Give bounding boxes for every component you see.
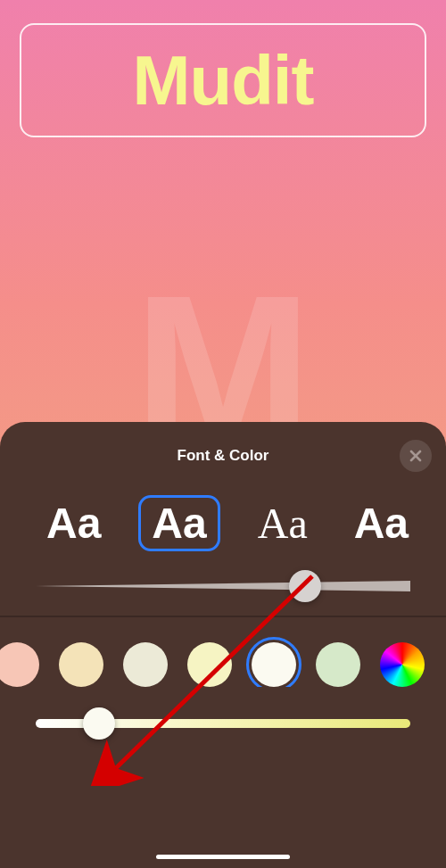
color-swatch-1[interactable] — [0, 642, 39, 687]
slider-track-shape — [36, 581, 410, 591]
font-color-panel: Font & Color Aa Aa Aa Aa — [0, 422, 446, 868]
tint-track — [36, 719, 410, 728]
tint-slider[interactable] — [0, 687, 446, 728]
color-swatch-6[interactable] — [316, 642, 360, 687]
font-sample: Aa — [258, 499, 308, 548]
panel-header: Font & Color — [0, 438, 446, 474]
svg-marker-0 — [36, 581, 410, 591]
font-option-4[interactable]: Aa — [345, 495, 417, 551]
color-swatch-2[interactable] — [59, 642, 103, 687]
close-button[interactable] — [400, 440, 432, 472]
home-indicator[interactable] — [156, 855, 290, 859]
font-sample: Aa — [354, 499, 409, 548]
color-swatch-3[interactable] — [123, 642, 168, 687]
panel-title: Font & Color — [178, 447, 269, 465]
display-name-text: Mudit — [133, 40, 314, 121]
weight-slider[interactable] — [0, 551, 446, 616]
weight-slider-thumb[interactable] — [289, 570, 321, 602]
font-options-row: Aa Aa Aa Aa — [0, 474, 446, 551]
tint-slider-thumb[interactable] — [83, 707, 115, 740]
font-sample: Aa — [46, 499, 101, 548]
color-swatch-4[interactable] — [187, 642, 232, 687]
font-sample: Aa — [152, 499, 206, 548]
font-option-2[interactable]: Aa — [138, 495, 219, 551]
color-picker-rainbow[interactable] — [380, 642, 425, 687]
font-option-3[interactable]: Aa — [249, 495, 317, 551]
close-icon — [409, 449, 423, 463]
display-name-box: Mudit — [20, 23, 426, 137]
font-option-1[interactable]: Aa — [37, 495, 110, 551]
color-swatch-row — [0, 617, 446, 687]
color-swatch-5[interactable] — [252, 642, 296, 687]
